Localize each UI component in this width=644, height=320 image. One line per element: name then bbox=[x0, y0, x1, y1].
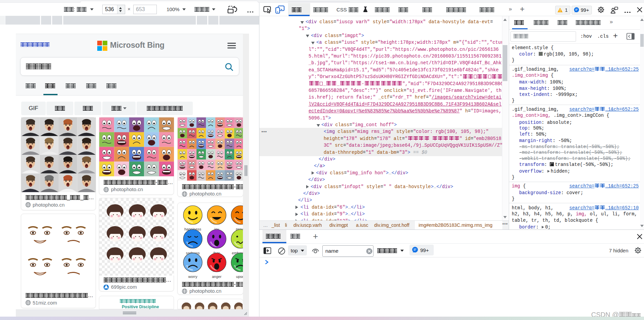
svg-text:anger: anger bbox=[212, 275, 221, 279]
svg-text:upset: upset bbox=[236, 275, 243, 279]
svg-text:worry: worry bbox=[188, 275, 198, 279]
